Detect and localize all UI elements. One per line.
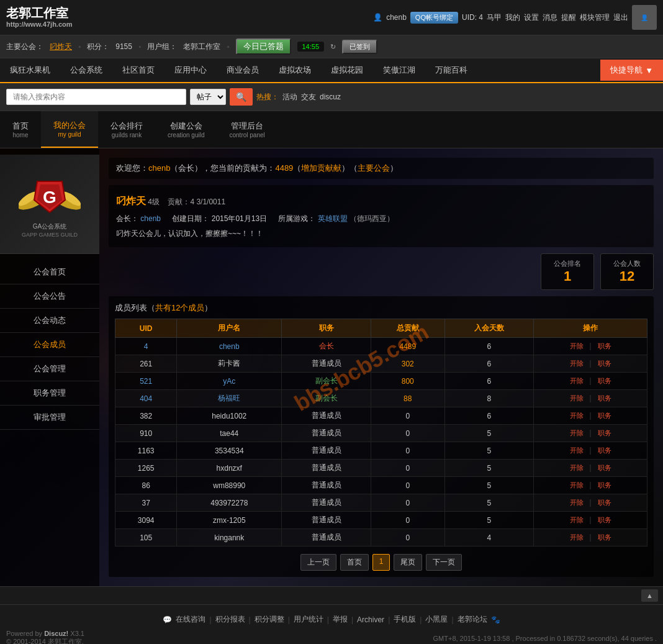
op-role-link[interactable]: 职务	[598, 464, 611, 471]
hot-item-friends[interactable]: 交友	[301, 92, 316, 102]
op-role-link[interactable]: 职务	[598, 360, 611, 367]
member-count-link[interactable]: 共有12个成员	[155, 303, 204, 312]
search-input[interactable]	[6, 89, 186, 105]
op-remove-link[interactable]: 开除	[570, 464, 584, 471]
module-mgmt-link[interactable]: 模块管理	[580, 12, 610, 23]
back-to-top-btn[interactable]: ▲	[641, 589, 658, 602]
username-link[interactable]: zmx-1205	[213, 516, 246, 525]
tab-my-guild[interactable]: 我的公会 my guild	[41, 111, 98, 148]
op-role-link[interactable]: 职务	[598, 516, 611, 524]
op-remove-link[interactable]: 开除	[570, 360, 584, 367]
logout-link[interactable]: 退出	[613, 12, 628, 23]
nav-item-wiki[interactable]: 万能百科	[425, 58, 477, 82]
op-role-link[interactable]: 职务	[598, 533, 611, 541]
settings-link[interactable]: 设置	[524, 12, 539, 23]
uid-link[interactable]: 404	[140, 394, 152, 403]
op-role-link[interactable]: 职务	[598, 377, 611, 384]
op-remove-link[interactable]: 开除	[570, 481, 584, 489]
footer-link-archiver[interactable]: Archiver	[357, 615, 384, 624]
uid-link[interactable]: 521	[140, 377, 152, 386]
quick-nav-btn[interactable]: 快捷导航 ▼	[600, 60, 663, 81]
op-remove-link[interactable]: 开除	[570, 516, 584, 524]
username-link[interactable]: 3534534	[215, 447, 244, 455]
uid-link[interactable]: 86	[142, 481, 150, 490]
username-link[interactable]: wm88990	[213, 481, 245, 490]
username-link[interactable]: chenb	[219, 342, 240, 351]
footer-link-user-stats[interactable]: 用户统计	[294, 614, 323, 625]
footer-link-forum[interactable]: 老郭论坛	[458, 614, 487, 625]
nav-item-business[interactable]: 商业会员	[217, 58, 269, 82]
hot-item-activity[interactable]: 活动	[282, 92, 297, 102]
nav-item-community[interactable]: 社区首页	[112, 58, 165, 82]
uid-link[interactable]: 1265	[138, 464, 155, 473]
signed-btn[interactable]: 已签到	[342, 40, 377, 54]
role-link[interactable]: 马甲	[487, 12, 502, 23]
uid-link[interactable]: 105	[140, 533, 152, 542]
search-filter-select[interactable]: 帖子	[190, 89, 226, 105]
nav-item-slots[interactable]: 疯狂水果机	[0, 58, 60, 82]
next-page-btn[interactable]: 下一页	[426, 554, 462, 571]
nav-item-jianghu[interactable]: 笑傲江湖	[373, 58, 425, 82]
op-role-link[interactable]: 职务	[598, 412, 611, 419]
username-link[interactable]: 493972278	[210, 499, 248, 507]
nav-item-guild[interactable]: 公会系统	[60, 58, 112, 82]
sidebar-item-manage[interactable]: 公会管理	[0, 357, 99, 381]
search-button[interactable]: 🔍	[230, 88, 253, 106]
username-link[interactable]: chenb	[386, 13, 407, 22]
tab-create-guild[interactable]: 创建公会 creation guild	[155, 112, 217, 147]
op-remove-link[interactable]: 开除	[570, 499, 584, 506]
uid-link[interactable]: 37	[142, 499, 150, 507]
answer-btn[interactable]: 今日已答题	[236, 39, 291, 55]
prev-page-btn[interactable]: 上一页	[300, 554, 336, 571]
sidebar-item-members[interactable]: 公会成员	[0, 333, 99, 357]
nav-item-farm[interactable]: 虚拟农场	[269, 58, 321, 82]
uid-link[interactable]: 261	[140, 360, 152, 368]
tab-guild-rank[interactable]: 公会排行 guilds rank	[98, 112, 155, 147]
op-role-link[interactable]: 职务	[598, 499, 611, 506]
uid-link[interactable]: 3094	[138, 516, 155, 525]
op-remove-link[interactable]: 开除	[570, 377, 584, 384]
qq-bind-btn[interactable]: QQ帐号绑定	[410, 12, 458, 24]
add-contrib-link[interactable]: 增加贡献献	[301, 163, 341, 173]
refresh-icon[interactable]: ↻	[330, 43, 336, 51]
guild-master-link[interactable]: chenb	[140, 214, 161, 223]
guild-game-link[interactable]: 英雄联盟	[318, 214, 348, 223]
op-remove-link[interactable]: 开除	[570, 447, 584, 454]
nav-item-garden[interactable]: 虚拟花园	[321, 58, 373, 82]
sidebar-item-notice[interactable]: 公会公告	[0, 284, 99, 309]
op-role-link[interactable]: 职务	[598, 429, 611, 437]
username-link[interactable]: yAc	[223, 377, 235, 386]
username-link[interactable]: hxdnzxf	[217, 464, 242, 473]
sidebar-item-approval[interactable]: 审批管理	[0, 406, 99, 430]
main-guild-tag[interactable]: 主要公会	[358, 163, 390, 173]
op-role-link[interactable]: 职务	[598, 447, 611, 454]
last-page-btn[interactable]: 尾页	[394, 554, 422, 571]
current-page-btn[interactable]: 1	[372, 554, 390, 571]
uid-link[interactable]: 910	[140, 429, 152, 438]
my-link[interactable]: 我的	[505, 12, 520, 23]
sidebar-item-home[interactable]: 公会首页	[0, 260, 99, 284]
username-link[interactable]: tae44	[220, 429, 238, 438]
footer-link-report[interactable]: 举报	[333, 614, 348, 625]
footer-link-points-report[interactable]: 积分报表	[215, 614, 245, 625]
footer-link-blackroom[interactable]: 小黑屋	[425, 614, 448, 625]
footer-link-consult[interactable]: 在线咨询	[176, 614, 205, 625]
username-link[interactable]: 杨福旺	[218, 394, 240, 402]
op-remove-link[interactable]: 开除	[570, 412, 584, 419]
uid-link[interactable]: 382	[140, 412, 152, 420]
op-role-link[interactable]: 职务	[598, 481, 611, 489]
footer-link-mobile[interactable]: 手机版	[394, 614, 416, 625]
op-remove-link[interactable]: 开除	[570, 394, 584, 402]
username-link[interactable]: kingannk	[214, 533, 244, 542]
op-role-link[interactable]: 职务	[598, 394, 611, 402]
username-link[interactable]: 莉卡酱	[218, 359, 240, 368]
op-remove-link[interactable]: 开除	[570, 429, 584, 437]
uid-link[interactable]: 1163	[138, 447, 155, 455]
hot-item-discuz[interactable]: discuz	[320, 93, 341, 101]
nav-item-apps[interactable]: 应用中心	[165, 58, 217, 82]
op-remove-link[interactable]: 开除	[570, 342, 584, 350]
messages-link[interactable]: 消息	[543, 12, 557, 23]
tab-home[interactable]: 首页 home	[0, 112, 41, 147]
username-link[interactable]: heidu1002	[212, 412, 246, 420]
tab-control-panel[interactable]: 管理后台 control panel	[217, 112, 277, 147]
